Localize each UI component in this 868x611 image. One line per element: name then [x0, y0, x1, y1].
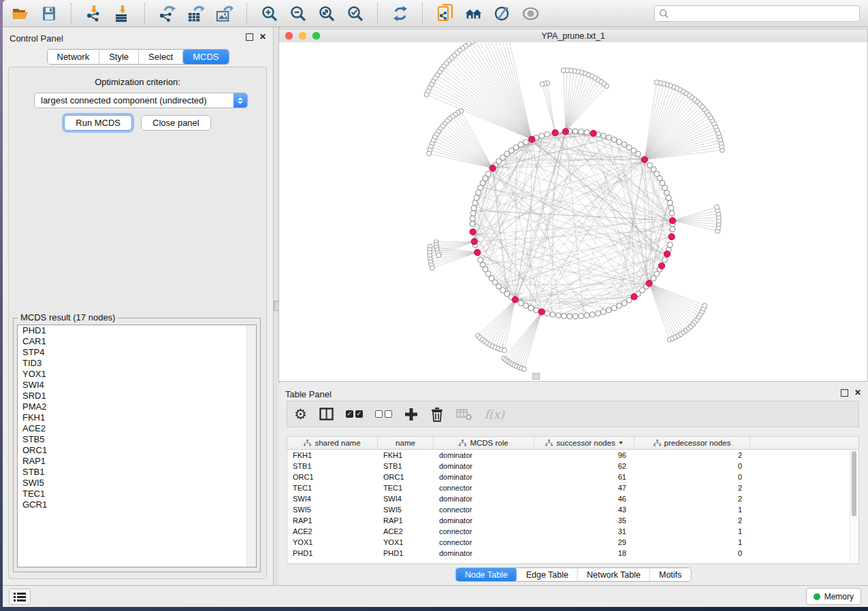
share-document-icon[interactable] — [436, 4, 454, 22]
network-node[interactable] — [666, 195, 671, 201]
column-header-mcds-role[interactable]: MCDS role — [434, 437, 534, 449]
zoom-fit-icon[interactable] — [317, 4, 336, 22]
network-canvas[interactable] — [279, 42, 867, 381]
network-node[interactable] — [595, 311, 600, 316]
column-header-successor-nodes[interactable]: successor nodes — [534, 437, 634, 449]
network-node[interactable] — [539, 133, 545, 139]
network-node[interactable] — [545, 311, 550, 316]
mcds-result-item[interactable]: RAP1 — [18, 456, 256, 467]
network-node[interactable] — [579, 314, 584, 319]
network-node[interactable] — [528, 306, 534, 311]
mcds-result-item[interactable]: FKH1 — [18, 412, 256, 423]
mcds-result-item[interactable]: ACE2 — [18, 423, 256, 434]
network-node[interactable] — [600, 133, 606, 139]
mcds-result-item[interactable]: PHD1 — [18, 325, 256, 336]
float-panel-icon[interactable] — [246, 33, 253, 41]
network-hub-node-phd1[interactable] — [475, 249, 481, 255]
memory-button[interactable]: Memory — [806, 588, 861, 605]
mcds-result-item[interactable]: TEC1 — [18, 489, 256, 499]
network-node[interactable] — [611, 137, 617, 142]
network-node[interactable] — [545, 131, 550, 137]
network-node[interactable] — [556, 313, 561, 318]
network-node[interactable] — [476, 190, 481, 195]
tab-edge-table[interactable]: Edge Table — [517, 568, 578, 581]
mcds-result-list[interactable]: PHD1CAR1STP4TID3YOX1SWI4SRD1PMA2FKH1ACE2… — [17, 325, 257, 567]
network-node[interactable] — [518, 300, 524, 306]
tab-node-table[interactable]: Node Table — [456, 568, 517, 581]
network-node[interactable] — [470, 210, 476, 216]
network-node[interactable] — [590, 312, 595, 317]
tab-mcds[interactable]: MCDS — [183, 50, 228, 64]
network-node[interactable] — [617, 303, 622, 308]
hide-annotations-icon[interactable] — [493, 4, 511, 22]
network-node[interactable] — [579, 129, 584, 134]
close-panel-icon[interactable]: ✕ — [259, 34, 266, 40]
network-node[interactable] — [436, 253, 441, 258]
network-node[interactable] — [606, 135, 611, 140]
network-node[interactable] — [654, 80, 659, 84]
network-node[interactable] — [669, 205, 674, 211]
network-node[interactable] — [430, 265, 435, 270]
network-node[interactable] — [611, 306, 617, 311]
network-hub-node-swi4[interactable] — [562, 129, 568, 135]
network-node[interactable] — [670, 227, 675, 232]
float-panel-icon[interactable] — [841, 389, 848, 397]
network-node[interactable] — [573, 129, 578, 134]
table-row[interactable]: STB1STB1dominator620 — [287, 461, 858, 472]
network-node[interactable] — [600, 309, 606, 314]
show-graphics-details-icon[interactable] — [521, 4, 540, 22]
network-node[interactable] — [474, 195, 479, 201]
network-node[interactable] — [667, 200, 673, 205]
network-node[interactable] — [669, 210, 675, 216]
network-hub-node-pma2[interactable] — [658, 263, 664, 269]
network-hub-node-fkh1[interactable] — [529, 136, 535, 142]
network-node[interactable] — [550, 312, 556, 317]
tab-motifs[interactable]: Motifs — [650, 568, 690, 581]
network-node[interactable] — [617, 139, 622, 145]
table-row[interactable]: PHD1PHD1dominator180 — [287, 548, 858, 559]
canvas-resize-grip[interactable] — [532, 373, 540, 380]
mcds-result-item[interactable]: STB5 — [18, 434, 256, 445]
network-node[interactable] — [470, 216, 475, 221]
export-image-icon[interactable] — [215, 4, 234, 22]
network-hub-node-car1[interactable] — [471, 238, 477, 244]
network-hub-node-orc1[interactable] — [489, 165, 496, 171]
refresh-layout-icon[interactable] — [391, 4, 409, 22]
network-hub-node-rap1[interactable] — [669, 218, 675, 224]
network-hub-node-ace2[interactable] — [539, 309, 545, 315]
home-networks-icon[interactable] — [464, 4, 483, 22]
table-row[interactable]: RAP1RAP1dominator352 — [287, 515, 858, 526]
network-node[interactable] — [647, 163, 653, 168]
mcds-result-item[interactable]: SWI4 — [18, 380, 256, 391]
network-node[interactable] — [534, 308, 539, 313]
network-node[interactable] — [714, 205, 719, 210]
network-node[interactable] — [573, 314, 578, 319]
export-network-icon[interactable] — [158, 4, 176, 22]
network-node[interactable] — [424, 93, 429, 97]
mcds-result-item[interactable]: ORC1 — [18, 445, 256, 456]
tab-select[interactable]: Select — [139, 50, 183, 64]
network-node[interactable] — [662, 257, 667, 263]
close-panel-icon[interactable]: ✕ — [854, 390, 861, 396]
table-row[interactable]: ACE2ACE2connector311 — [287, 526, 858, 537]
delete-table-icon[interactable] — [456, 406, 472, 423]
column-header-name[interactable]: name — [378, 437, 434, 449]
mcds-result-item[interactable]: GCR1 — [18, 499, 256, 510]
network-hub-node-stb1[interactable] — [641, 156, 647, 163]
tab-style[interactable]: Style — [99, 50, 139, 64]
mcds-result-item[interactable]: STB1 — [18, 467, 256, 478]
column-header-shared-name[interactable]: shared name — [287, 437, 378, 449]
zoom-out-icon[interactable] — [289, 4, 307, 22]
network-hub-node-tec1[interactable] — [646, 280, 652, 286]
mcds-result-item[interactable]: SRD1 — [18, 391, 256, 401]
network-node[interactable] — [667, 242, 673, 248]
export-table-icon[interactable] — [187, 4, 205, 22]
network-node[interactable] — [521, 367, 526, 371]
mcds-result-item[interactable]: PMA2 — [18, 401, 256, 412]
import-network-icon[interactable] — [84, 4, 103, 22]
mcds-result-item[interactable]: TID3 — [18, 358, 256, 369]
search-box[interactable] — [654, 5, 860, 22]
mcds-result-item[interactable]: SWI5 — [18, 478, 256, 489]
network-node[interactable] — [427, 151, 432, 156]
save-session-icon[interactable] — [39, 4, 58, 22]
